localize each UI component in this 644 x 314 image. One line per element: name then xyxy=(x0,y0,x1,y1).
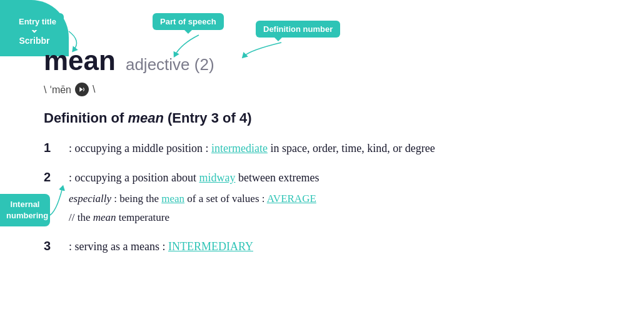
pronunciation-close: \ xyxy=(93,84,95,95)
part-of-speech-annotation: Part of speech xyxy=(153,13,224,30)
definition-word: mean xyxy=(128,110,163,126)
def-number-3: 3 xyxy=(44,238,56,253)
entry-title-annotation: Entry title xyxy=(11,13,64,30)
def-body-1: : occupying a middle position : intermed… xyxy=(69,140,435,157)
def-number-1: 1 xyxy=(44,140,56,155)
def-number-2: 2 xyxy=(44,170,56,185)
def-especially: especially xyxy=(69,193,111,205)
def-link-intermediate[interactable]: intermediate xyxy=(211,142,268,154)
audio-button[interactable] xyxy=(75,83,89,96)
main-content: mean adjective (2) \ ˈmēn \ Definition o… xyxy=(44,45,625,268)
internal-numbering-annotation: Internal numbering xyxy=(0,194,50,226)
def-text-2a: : occupying a position about xyxy=(69,171,199,184)
def-text-2b: between extremes xyxy=(235,171,319,184)
definition-item-2: 2 : occupying a position about midway be… xyxy=(44,170,625,226)
svg-marker-4 xyxy=(79,87,83,92)
def-body-2: : occupying a position about midway betw… xyxy=(69,170,319,226)
def-link-midway[interactable]: midway xyxy=(199,171,235,184)
def-link-intermediary[interactable]: INTERMEDIARY xyxy=(168,240,253,253)
def-text-1a: : occupying a middle position : xyxy=(69,142,211,154)
def-sub-text1: : being the xyxy=(111,193,161,205)
pronunciation: \ ˈmēn \ xyxy=(44,83,625,96)
entry-pos: adjective (2) xyxy=(126,55,214,74)
definition-header: Definition of mean (Entry 3 of 4) xyxy=(44,110,625,126)
def-text-3a: : serving as a means : xyxy=(69,240,168,253)
definition-item-3: 3 : serving as a means : INTERMEDIARY xyxy=(44,238,625,255)
def-example-word: mean xyxy=(93,211,116,223)
def-example-2: // the mean temperature xyxy=(69,210,319,226)
def-example-prefix: // the xyxy=(69,211,93,223)
def-text-1b: in space, order, time, kind, or degree xyxy=(268,142,435,154)
def-body-3: : serving as a means : INTERMEDIARY xyxy=(69,238,253,255)
entry-heading: mean adjective (2) xyxy=(44,45,625,76)
entry-word: mean xyxy=(44,45,116,76)
pronunciation-text: \ ˈmēn xyxy=(44,84,71,96)
def-sub-text2: of a set of values : xyxy=(184,193,267,205)
definition-item-1: 1 : occupying a middle position : interm… xyxy=(44,140,625,157)
def-sub-2: especially : being the mean of a set of … xyxy=(69,190,319,207)
definition-list: 1 : occupying a middle position : interm… xyxy=(44,140,625,255)
definition-number-annotation: Definition number xyxy=(256,21,340,38)
def-example-suffix: temperature xyxy=(116,211,169,223)
def-link-average[interactable]: AVERAGE xyxy=(267,193,316,205)
def-link-mean[interactable]: mean xyxy=(161,193,184,205)
